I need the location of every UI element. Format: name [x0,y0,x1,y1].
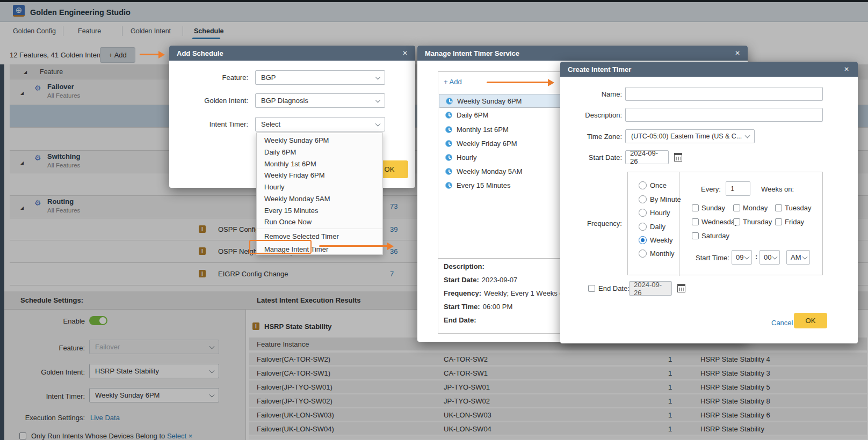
start-date-input[interactable]: 2024-09-26 [625,150,669,164]
radio-weekly-label: Weekly [650,236,672,244]
chevron-down-icon [744,254,750,259]
add-timer-link[interactable]: + Add [444,78,462,86]
cancel-link[interactable]: Cancel [771,319,793,327]
chevron-down-icon [375,74,381,79]
add-schedule-dialog-title: Add Schedule [169,46,415,61]
golden-intent-label: Golden Intent: [184,93,248,108]
start-date-input-value: 2024-09-26 [630,149,664,165]
radio-daily[interactable] [639,223,647,231]
detail-start-date: Start Date:2023-09-07 [444,276,517,284]
time-zone-select-value: (UTC-05:00) Eastern Time (US & C... [631,133,742,140]
dropdown-option[interactable]: Daily 6PM [257,146,382,158]
end-date-input[interactable]: 2024-09-26 [629,281,672,296]
close-icon[interactable]: ✕ [733,48,742,58]
annotation-arrow-manage [319,245,388,247]
clock-icon [446,98,453,105]
radio-monthly[interactable] [639,250,647,258]
feature-label: Feature: [184,70,248,85]
detail-start-date-value: 2023-09-07 [482,276,518,284]
dropdown-option[interactable]: Run Once Now [257,216,382,228]
detail-start-time-value: 06:00 PM [483,303,513,311]
name-label: Name: [567,87,622,101]
ok-button[interactable]: OK [794,313,827,328]
timer-item-label: Daily 6PM [457,111,488,119]
detail-end-date-label: End Date: [444,316,476,324]
every-label: Every: [701,185,721,193]
dropdown-option[interactable]: Weekly Sunday 6PM [257,134,382,146]
calendar-icon[interactable] [674,153,682,162]
annotation-arrow-add [140,54,159,55]
create-intent-timer-dialog-title: Create Intent Timer [560,62,858,77]
intent-timer-select[interactable]: Select [255,117,385,131]
description-input[interactable] [625,108,823,122]
dropdown-divider [257,229,382,229]
radio-weekly[interactable] [639,236,647,244]
close-icon[interactable]: ✕ [842,64,851,74]
checkbox-wednesday[interactable] [692,218,699,225]
dropdown-option[interactable]: Weekly Monday 5AM [257,193,382,204]
radio-monthly-label: Monthly [650,250,675,258]
golden-intent-select[interactable]: BGP Diagnosis [255,93,385,108]
frequency-box-divider [679,172,679,276]
clock-icon [445,140,452,147]
radio-once[interactable] [639,181,647,189]
chevron-down-icon [375,97,381,102]
detail-end-date: End Date: [444,316,479,324]
radio-by-minute-label: By Minute [650,195,681,203]
every-input[interactable]: 1 [726,181,750,196]
chevron-down-icon [375,121,381,126]
end-date-checkbox[interactable] [588,285,595,292]
start-date-label: Start Date: [567,150,622,164]
timer-item-label: Weekly Friday 6PM [457,140,517,148]
checkbox-thursday-label: Thursday [743,218,772,226]
clock-icon [445,154,452,161]
timer-item-label: Hourly [457,153,477,162]
golden-intent-select-value: BGP Diagnosis [261,97,308,105]
chevron-down-icon [802,254,808,259]
start-time-hour-select[interactable]: 09 [732,250,752,265]
intent-timer-select-value: Select [261,120,280,128]
dropdown-option[interactable]: Weekly Friday 6PM [257,169,382,181]
add-schedule-dialog: Add Schedule ✕ Feature: BGP Golden Inten… [169,46,415,188]
detail-frequency-label: Frequency: [444,289,481,297]
start-time-ampm-select[interactable]: AM [786,250,810,265]
checkbox-sunday-label: Sunday [701,204,725,212]
start-time-minute-select[interactable]: 00 [760,250,780,265]
clock-icon [445,112,452,119]
name-input[interactable] [625,87,823,101]
checkbox-saturday-label: Saturday [701,232,729,240]
checkbox-tuesday[interactable] [775,204,782,211]
chevron-down-icon [772,254,778,259]
feature-select[interactable]: BGP [255,70,385,85]
dropdown-option[interactable]: Hourly [257,181,382,193]
checkbox-friday-label: Friday [785,218,804,226]
intent-timer-dropdown: Weekly Sunday 6PM Daily 6PM Monthly 1st … [256,133,383,255]
every-input-value: 1 [730,185,734,193]
time-zone-label: Time Zone: [567,129,622,143]
radio-hourly[interactable] [639,209,647,217]
dropdown-option[interactable]: Monthly 1st 6PM [257,158,382,170]
dropdown-option[interactable]: Every 15 Minutes [257,204,382,216]
intent-timer-label: Intent Timer: [184,117,248,131]
start-time-ampm-value: AM [791,253,801,261]
clock-icon [445,182,452,189]
checkbox-thursday[interactable] [733,218,740,225]
checkbox-monday[interactable] [733,204,740,211]
timer-item-label: Weekly Sunday 6PM [457,97,522,105]
timer-item-label: Every 15 Minutes [457,181,510,189]
annotation-highlight-manage-intent-timer [249,240,312,254]
detail-description: Description: [444,262,487,270]
checkbox-friday[interactable] [775,218,782,225]
checkbox-sunday[interactable] [692,204,699,211]
clock-icon [445,168,452,175]
checkbox-saturday[interactable] [692,232,699,239]
radio-by-minute[interactable] [639,195,647,203]
timer-item-label: Weekly Monday 5AM [457,167,523,175]
checkbox-monday-label: Monday [743,204,768,212]
time-zone-select[interactable]: (UTC-05:00) Eastern Time (US & C... [625,129,755,143]
close-icon[interactable]: ✕ [400,48,410,58]
radio-once-label: Once [650,181,667,189]
calendar-icon[interactable] [677,284,685,292]
clock-icon [445,126,452,133]
start-time-hour-value: 09 [736,253,743,261]
